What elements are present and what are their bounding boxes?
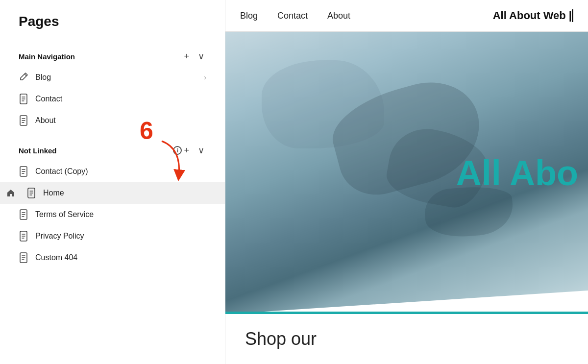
hero-teal-divider bbox=[225, 312, 588, 314]
document-icon-custom404 bbox=[19, 252, 28, 263]
not-linked-label: Not Linked bbox=[19, 146, 170, 155]
document-icon-contact-copy bbox=[19, 166, 28, 177]
document-icon bbox=[19, 94, 28, 104]
nav-item-blog[interactable]: Blog › bbox=[0, 67, 225, 88]
document-icon-home bbox=[26, 188, 36, 198]
main-navigation-label: Main Navigation bbox=[19, 52, 182, 61]
main-navigation-section-header: Main Navigation + ∨ bbox=[0, 46, 225, 67]
info-icon[interactable]: i bbox=[173, 146, 182, 155]
main-navigation-collapse-button[interactable]: ∨ bbox=[196, 51, 206, 62]
home-icon bbox=[6, 189, 15, 197]
sidebar-title: Pages bbox=[0, 0, 225, 41]
nav-item-custom404-label: Custom 404 bbox=[35, 253, 206, 262]
preview-nav-contact[interactable]: Contact bbox=[277, 11, 308, 21]
nav-item-home[interactable]: Home bbox=[0, 182, 225, 204]
preview-pane: Blog Contact About All About Web | All A… bbox=[225, 0, 588, 364]
pencil-icon bbox=[19, 72, 28, 83]
nav-item-contact-copy[interactable]: Contact (Copy) 6 bbox=[0, 161, 225, 182]
not-linked-section-header: Not Linked i + ∨ bbox=[0, 140, 225, 161]
preview-bottom-text: Shop our bbox=[245, 329, 317, 349]
not-linked-add-button[interactable]: + bbox=[182, 145, 191, 156]
preview-nav-about[interactable]: About bbox=[327, 11, 350, 21]
nav-item-contact[interactable]: Contact bbox=[0, 88, 225, 110]
nav-item-about[interactable]: About bbox=[0, 110, 225, 131]
preview-nav: Blog Contact About All About Web | bbox=[225, 0, 588, 32]
nav-item-contact-copy-label: Contact (Copy) bbox=[35, 167, 206, 176]
not-linked-collapse-button[interactable]: ∨ bbox=[196, 145, 206, 156]
nav-item-custom404[interactable]: Custom 404 bbox=[0, 247, 225, 268]
main-navigation-add-button[interactable]: + bbox=[182, 51, 191, 62]
hero-text: All Abo bbox=[456, 153, 578, 193]
nav-item-terms[interactable]: Terms of Service bbox=[0, 204, 225, 225]
terrain-shape-4 bbox=[262, 60, 384, 148]
hero-image: All Abo bbox=[225, 32, 588, 314]
preview-bottom-section: Shop our bbox=[225, 314, 588, 364]
sidebar: Pages Main Navigation + ∨ Blog › Contact… bbox=[0, 0, 225, 364]
blog-chevron-icon: › bbox=[204, 73, 206, 81]
nav-item-blog-label: Blog bbox=[35, 73, 204, 82]
preview-nav-brand: All About Web | bbox=[493, 9, 573, 22]
document-icon-about bbox=[19, 115, 28, 126]
nav-item-terms-label: Terms of Service bbox=[35, 210, 206, 219]
document-icon-privacy bbox=[19, 231, 28, 242]
not-linked-actions: + ∨ bbox=[182, 145, 206, 156]
document-icon-terms bbox=[19, 209, 28, 220]
nav-item-contact-label: Contact bbox=[35, 95, 206, 103]
nav-item-privacy-label: Privacy Policy bbox=[35, 232, 206, 241]
nav-item-privacy[interactable]: Privacy Policy bbox=[0, 225, 225, 247]
home-indicator bbox=[5, 189, 17, 197]
preview-nav-blog[interactable]: Blog bbox=[240, 11, 258, 21]
nav-item-home-label: Home bbox=[43, 189, 206, 197]
main-navigation-actions: + ∨ bbox=[182, 51, 206, 62]
nav-item-about-label: About bbox=[35, 116, 206, 125]
